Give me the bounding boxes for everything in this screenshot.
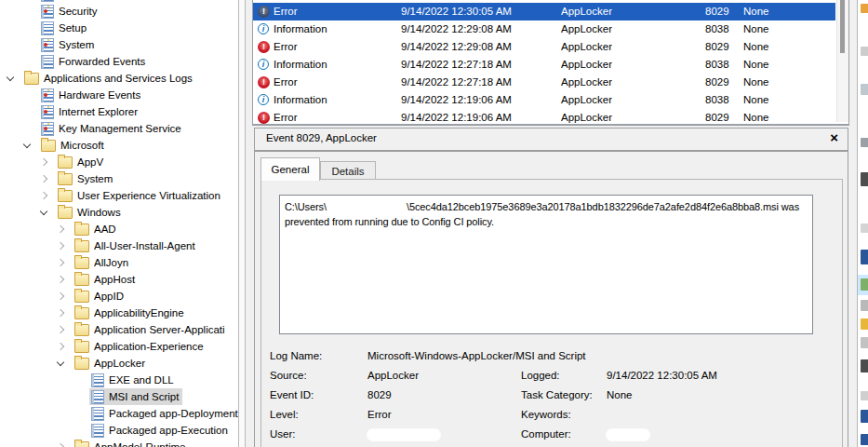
tree-item-inner[interactable]: MSI and Script <box>89 388 182 405</box>
event-row[interactable]: iInformation9/14/2022 12:29:08 AMAppLock… <box>253 20 835 38</box>
scrollbar-thumb[interactable] <box>840 0 845 53</box>
chevron-right-icon[interactable] <box>40 158 47 166</box>
event-message-box[interactable]: C:\Users\\5cec4da12bceb1975e3689e3a20178… <box>279 195 813 334</box>
event-row[interactable]: !Error9/14/2022 12:29:08 AMAppLocker8029… <box>253 38 835 56</box>
tree-item-hardware-events[interactable]: Hardware Events <box>0 87 238 103</box>
tree-item-inner[interactable]: AppID <box>73 288 127 305</box>
tree-item-key-management-service[interactable]: Key Management Service <box>0 120 238 137</box>
tree-item-inner[interactable]: All-User-Install-Agent <box>73 237 199 254</box>
tree-item-packaged-app-execution[interactable]: Packaged app-Execution <box>0 422 238 439</box>
chevron-right-icon[interactable] <box>57 326 64 333</box>
chevron-down-icon[interactable] <box>23 141 31 148</box>
tree-item-inner[interactable]: Applications and Services Logs <box>22 70 196 87</box>
tree-item-inner[interactable]: Hardware Events <box>39 87 144 103</box>
tree-item-internet-explorer[interactable]: Internet Explorer <box>0 103 238 120</box>
tree-item-inner[interactable]: System <box>56 170 116 187</box>
event-row[interactable]: iInformation9/14/2022 12:27:18 AMAppLock… <box>253 56 835 74</box>
action-icon-sliver[interactable] <box>861 84 868 95</box>
tree-item-msi-and-script[interactable]: MSI and Script <box>0 388 238 405</box>
tree-item-inner[interactable]: Windows <box>56 204 125 221</box>
tree-item-system[interactable]: System <box>0 36 238 53</box>
chevron-down-icon[interactable] <box>57 359 64 366</box>
chevron-right-icon[interactable] <box>57 343 64 350</box>
close-icon[interactable]: × <box>830 129 838 145</box>
tree-item-aad[interactable]: AAD <box>0 221 238 237</box>
tree-item-apphost[interactable]: AppHost <box>0 271 238 288</box>
tree-item-inner[interactable]: Microsoft <box>39 137 108 154</box>
tree-item-inner[interactable]: AppLocker <box>73 355 149 372</box>
action-icon-sliver[interactable] <box>861 337 868 348</box>
action-icon-sliver[interactable] <box>861 138 868 147</box>
action-icon-sliver[interactable] <box>861 250 868 264</box>
event-row[interactable]: iInformation9/14/2022 12:19:06 AMAppLock… <box>253 91 835 109</box>
error-level-icon: ! <box>258 6 270 18</box>
tree-item-appmodel-runtime[interactable]: AppModel-Runtime <box>0 439 238 447</box>
chevron-right-icon[interactable] <box>40 192 47 199</box>
tree-item-windows[interactable]: Windows <box>0 204 238 221</box>
tree-item-appv[interactable]: AppV <box>0 154 238 170</box>
event-row[interactable]: !Error9/14/2022 12:30:05 AMAppLocker8029… <box>253 3 835 20</box>
tab-general[interactable]: General <box>260 157 320 181</box>
tree-item-inner[interactable]: System <box>39 36 98 53</box>
action-icon-sliver[interactable] <box>861 47 868 56</box>
event-row[interactable]: !Error9/14/2022 12:19:06 AMAppLocker8029… <box>253 109 835 126</box>
chevron-right-icon[interactable] <box>57 443 64 447</box>
tree-item-applocker[interactable]: AppLocker <box>0 355 238 372</box>
tree-item-system[interactable]: System <box>0 170 238 187</box>
chevron-right-icon[interactable] <box>57 242 64 250</box>
event-list-scrollbar[interactable] <box>836 0 848 122</box>
action-icon-sliver[interactable] <box>861 278 868 291</box>
tree-item-inner[interactable]: Application-Experience <box>73 338 207 355</box>
tree-item-inner[interactable]: User Experience Virtualization <box>56 187 224 204</box>
event-row[interactable]: !Error9/14/2022 12:27:18 AMAppLocker8029… <box>253 74 835 91</box>
tree-item-inner[interactable]: Security <box>39 3 101 20</box>
action-icon-sliver[interactable] <box>861 224 868 233</box>
tree-item-inner[interactable]: AppV <box>56 154 107 170</box>
tree-item-user-experience-virtualization[interactable]: User Experience Virtualization <box>0 187 238 204</box>
tree-item-inner[interactable]: Setup <box>39 20 90 36</box>
tree-item-inner[interactable]: Application Server-Applicati <box>73 321 229 338</box>
tree-item-application-server-applicati[interactable]: Application Server-Applicati <box>0 321 238 338</box>
tree-item-inner[interactable]: Packaged app-Execution <box>89 422 232 439</box>
action-icon-sliver[interactable] <box>861 434 868 445</box>
chevron-right-icon[interactable] <box>57 276 64 283</box>
tree-item-inner[interactable]: EXE and DLL <box>89 372 178 388</box>
action-icon-sliver[interactable] <box>861 172 868 186</box>
chevron-right-icon[interactable] <box>40 175 47 183</box>
chevron-right-icon[interactable] <box>57 292 64 300</box>
tree-item-inner[interactable]: ApplicabilityEngine <box>73 305 188 321</box>
chevron-down-icon[interactable] <box>7 74 14 81</box>
tree-item-exe-and-dll[interactable]: EXE and DLL <box>0 372 238 388</box>
tree-item-inner[interactable]: AppModel-Runtime <box>73 439 189 447</box>
action-icon-sliver[interactable] <box>861 359 868 372</box>
tree-item-applications-and-services-logs[interactable]: Applications and Services Logs <box>0 70 238 87</box>
action-icon-sliver[interactable] <box>861 300 868 311</box>
folder-icon <box>74 240 89 252</box>
tree-item-appid[interactable]: AppID <box>0 288 238 305</box>
tree-item-inner[interactable]: Forwarded Events <box>39 53 149 70</box>
tree-item-microsoft[interactable]: Microsoft <box>0 137 238 154</box>
chevron-down-icon[interactable] <box>40 208 47 215</box>
action-icon-sliver[interactable] <box>861 410 868 423</box>
tree-item-packaged-app-deployment[interactable]: Packaged app-Deployment <box>0 405 238 422</box>
tree-item-setup[interactable]: Setup <box>0 20 238 36</box>
chevron-right-icon[interactable] <box>57 309 64 317</box>
tree-item-alljoyn[interactable]: AllJoyn <box>0 254 238 271</box>
tree-item-inner[interactable]: AppHost <box>73 271 139 288</box>
tree-item-inner[interactable]: AAD <box>73 221 120 237</box>
tree-item-inner[interactable]: AllJoyn <box>73 254 132 271</box>
tree-item-forwarded-events[interactable]: Forwarded Events <box>0 53 238 70</box>
tree-item-applicabilityengine[interactable]: ApplicabilityEngine <box>0 305 238 321</box>
action-icon-sliver[interactable] <box>861 318 868 330</box>
tree-item-all-user-install-agent[interactable]: All-User-Install-Agent <box>0 237 238 254</box>
chevron-right-icon[interactable] <box>57 225 64 233</box>
action-icon-sliver[interactable] <box>861 391 868 400</box>
tree-item-security[interactable]: Security <box>0 3 238 20</box>
action-icon-sliver[interactable] <box>861 4 868 13</box>
tree-item-inner[interactable]: Key Management Service <box>39 120 185 137</box>
chevron-right-icon[interactable] <box>57 259 64 266</box>
tree-item-inner[interactable]: Packaged app-Deployment <box>89 405 238 422</box>
tree-item-application-experience[interactable]: Application-Experience <box>0 338 238 355</box>
tree-scrollbar[interactable] <box>238 0 246 447</box>
tree-item-inner[interactable]: Internet Explorer <box>39 103 141 120</box>
